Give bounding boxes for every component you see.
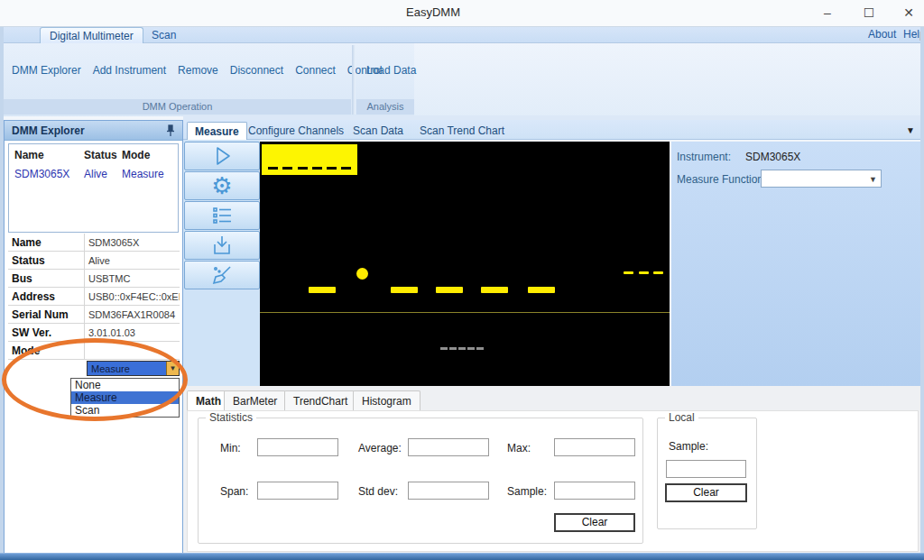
window-border-bottom	[0, 553, 924, 560]
property-row-status: Status Alive	[8, 252, 180, 270]
about-link[interactable]: About	[868, 28, 896, 41]
mode-dropdown-list: None Measure Scan	[70, 378, 180, 418]
ribbon-group-dmm-operation: DMM Explorer Add Instrument Remove Disco…	[4, 43, 351, 116]
reading-dash	[391, 287, 418, 293]
window-border-right	[920, 27, 924, 555]
measure-function-label: Measure Function	[677, 173, 763, 186]
statistics-clear-button[interactable]: Clear	[554, 513, 635, 532]
dmm-explorer-header: DMM Explorer	[5, 121, 182, 141]
segment-dash	[341, 167, 351, 170]
segment-dash	[298, 167, 308, 170]
property-row-swver: SW Ver. 3.01.01.03	[8, 324, 180, 342]
ribbon-tab-strip: Digital Multimeter Scan About Help	[0, 27, 924, 43]
span-input[interactable]	[257, 482, 338, 500]
run-button[interactable]	[184, 142, 260, 170]
statistics-group: Statistics Min: Average: Max: Span: Std …	[198, 418, 643, 544]
sample-label: Sample:	[507, 485, 547, 498]
checklist-icon	[210, 204, 234, 227]
combo-dropdown-icon[interactable]: ▼	[166, 362, 179, 375]
group-label-dmm-operation: DMM Operation	[4, 99, 351, 115]
instrument-table-header: Name Status Mode	[9, 144, 178, 161]
sub-dash	[449, 347, 457, 350]
local-clear-button[interactable]: Clear	[665, 483, 747, 502]
load-data-button[interactable]: Load Data	[366, 59, 416, 82]
tab-scan-trend-chart[interactable]: Scan Trend Chart	[412, 122, 512, 140]
minimize-button[interactable]: –	[810, 0, 845, 26]
reading-dash	[436, 287, 463, 293]
max-input[interactable]	[554, 438, 635, 456]
tab-trendchart[interactable]: TrendChart	[284, 390, 356, 410]
tab-measure[interactable]: Measure	[187, 122, 247, 140]
local-sample-input[interactable]	[666, 460, 746, 478]
app-window: EasyDMM – ☐ ✕ Digital Multimeter Scan Ab…	[0, 0, 924, 560]
instrument-status: Alive	[84, 168, 122, 180]
disconnect-button[interactable]: Disconnect	[230, 59, 283, 82]
reading-decimal-point	[356, 268, 368, 280]
list-button[interactable]	[184, 201, 260, 230]
reading-dash	[481, 287, 508, 293]
tab-scan-data[interactable]: Scan Data	[346, 122, 411, 140]
segment-dash	[327, 167, 337, 170]
instrument-row[interactable]: SDM3065X Alive Measure	[9, 161, 178, 180]
tab-overflow-icon[interactable]: ▼	[906, 125, 915, 135]
reading-dash	[528, 287, 555, 293]
property-row-name: Name SDM3065X	[8, 234, 180, 252]
min-input[interactable]	[257, 438, 338, 456]
dmm-explorer-button[interactable]: DMM Explorer	[12, 59, 81, 82]
mode-option-measure[interactable]: Measure	[71, 391, 179, 404]
gear-icon: ⚙	[211, 174, 232, 197]
clear-display-button[interactable]	[184, 261, 260, 289]
col-name: Name	[9, 149, 84, 161]
measure-toolbar: ⚙	[183, 140, 260, 386]
remove-button[interactable]: Remove	[178, 59, 218, 82]
property-row-mode: Mode	[8, 342, 180, 360]
ribbon-tab-scan[interactable]: Scan	[143, 27, 185, 43]
tab-histogram[interactable]: Histogram	[353, 390, 420, 410]
tab-barmeter[interactable]: BarMeter	[224, 390, 286, 410]
save-icon	[210, 234, 234, 257]
pin-icon[interactable]	[164, 124, 177, 138]
display-secondary-readout	[262, 144, 357, 175]
measurement-display	[260, 142, 670, 386]
main-tab-strip: Measure Configure Channels Scan Data Sca…	[183, 120, 920, 140]
sub-dash	[476, 347, 484, 350]
ribbon-group-separator	[352, 45, 356, 115]
segment-dash	[268, 167, 278, 170]
title-bar: EasyDMM – ☐ ✕	[0, 0, 924, 27]
mode-combobox[interactable]: Measure ▼	[87, 361, 180, 376]
dmm-explorer-panel: DMM Explorer Name Status Mode SDM3065X A…	[4, 120, 183, 554]
tab-configure-channels[interactable]: Configure Channels	[241, 122, 351, 140]
local-title: Local	[665, 411, 698, 424]
instrument-table: Name Status Mode SDM3065X Alive Measure	[8, 143, 179, 233]
property-row-bus: Bus USBTMC	[8, 270, 180, 288]
mode-option-scan[interactable]: Scan	[71, 404, 179, 417]
property-row-serial: Serial Num SDM36FAX1R0084	[8, 306, 180, 324]
property-row-address: Address USB0::0xF4EC::0xEE38::...	[8, 288, 180, 306]
connect-button[interactable]: Connect	[295, 59, 336, 82]
group-label-analysis: Analysis	[356, 99, 414, 115]
combo-arrow-icon: ▼	[869, 175, 877, 184]
measure-function-combobox[interactable]: ▼	[761, 170, 882, 188]
close-button[interactable]: ✕	[892, 0, 924, 26]
add-instrument-button[interactable]: Add Instrument	[93, 59, 166, 82]
mode-combobox-value: Measure	[88, 362, 166, 375]
reading-dash	[309, 287, 336, 293]
segment-dash	[312, 167, 322, 170]
col-status: Status	[84, 149, 122, 161]
unit-dash	[639, 271, 649, 274]
sub-dash	[467, 347, 475, 350]
sub-dash	[440, 347, 448, 350]
statistics-title: Statistics	[206, 411, 256, 424]
mode-option-none[interactable]: None	[71, 379, 179, 391]
maximize-button[interactable]: ☐	[852, 0, 886, 26]
local-group: Local Sample: Clear	[657, 418, 757, 529]
settings-button[interactable]: ⚙	[184, 171, 260, 200]
local-sample-label: Sample:	[669, 440, 708, 453]
sample-input[interactable]	[554, 482, 635, 500]
unit-dash	[624, 271, 633, 274]
save-data-button[interactable]	[184, 231, 260, 260]
stddev-input[interactable]	[408, 482, 489, 500]
ribbon-tab-digital-multimeter[interactable]: Digital Multimeter	[40, 27, 143, 43]
average-input[interactable]	[408, 438, 489, 456]
min-label: Min:	[220, 442, 241, 454]
